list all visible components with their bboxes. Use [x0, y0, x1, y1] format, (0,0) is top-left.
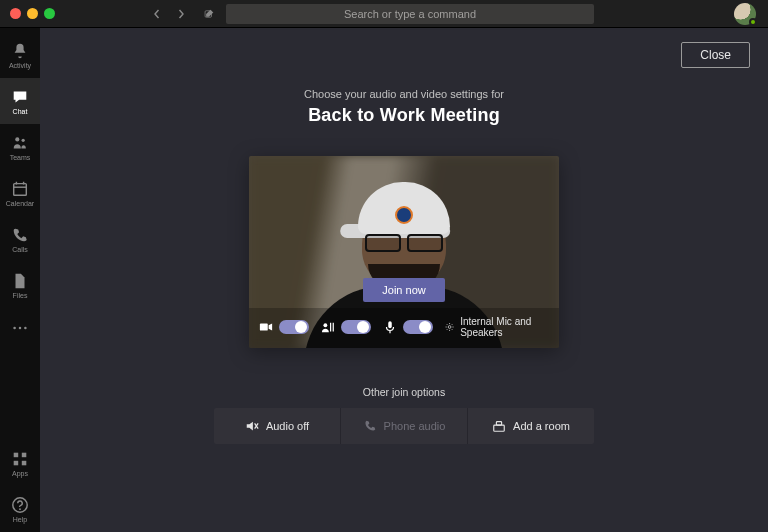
back-button[interactable] [146, 3, 168, 25]
mic-toggle[interactable] [403, 320, 433, 334]
phone-icon [11, 226, 29, 244]
option-phone-audio: Phone audio [341, 408, 468, 444]
rail-label: Calendar [6, 200, 34, 207]
option-label: Phone audio [384, 420, 446, 432]
svg-rect-13 [260, 324, 268, 331]
window-controls [0, 8, 120, 19]
rail-label: Chat [13, 108, 28, 115]
apps-icon [11, 450, 29, 468]
rail-item-activity[interactable]: Activity [0, 32, 40, 78]
rail-item-chat[interactable]: Chat [0, 78, 40, 124]
rail-label: Teams [10, 154, 31, 161]
meeting-title: Back to Work Meeting [308, 105, 500, 126]
background-effects-toggle[interactable] [341, 320, 371, 334]
speaker-off-icon [245, 419, 259, 433]
app-rail: Activity Chat Teams Calendar Calls Files [0, 28, 40, 532]
new-chat-button[interactable] [198, 3, 220, 25]
option-audio-off[interactable]: Audio off [214, 408, 341, 444]
prejoin-subheading: Choose your audio and video settings for [304, 88, 504, 100]
teams-icon [11, 134, 29, 152]
rail-item-apps[interactable]: Apps [0, 440, 40, 486]
more-icon [11, 319, 29, 337]
rail-label: Help [13, 516, 27, 523]
room-icon [492, 419, 506, 433]
svg-rect-18 [496, 422, 501, 426]
close-button[interactable]: Close [681, 42, 750, 68]
rail-label: Activity [9, 62, 31, 69]
prejoin-panel: Close Choose your audio and video settin… [40, 28, 768, 532]
chevron-left-icon [152, 9, 162, 19]
rail-item-calendar[interactable]: Calendar [0, 170, 40, 216]
preview-controls: Internal Mic and Speakers [249, 308, 559, 348]
avatar[interactable] [734, 3, 756, 25]
history-nav [146, 3, 220, 25]
rail-label: Apps [12, 470, 28, 477]
svg-point-14 [323, 323, 327, 327]
video-icon [259, 320, 273, 334]
video-toggle[interactable] [279, 320, 309, 334]
svg-rect-9 [14, 460, 19, 465]
svg-rect-7 [14, 452, 19, 457]
search-input[interactable]: Search or type a command [226, 4, 594, 24]
gear-icon [445, 321, 454, 333]
svg-rect-17 [494, 425, 505, 431]
rail-item-calls[interactable]: Calls [0, 216, 40, 262]
device-settings-button[interactable]: Internal Mic and Speakers [445, 316, 549, 338]
svg-point-4 [13, 327, 16, 330]
option-label: Add a room [513, 420, 570, 432]
presence-available-icon [749, 18, 757, 26]
svg-point-5 [19, 327, 22, 330]
help-icon [11, 496, 29, 514]
chat-icon [11, 88, 29, 106]
calendar-icon [11, 180, 29, 198]
compose-icon [204, 9, 214, 19]
other-options-row: Audio off Phone audio Add a room [214, 408, 594, 444]
rail-label: Files [13, 292, 28, 299]
minimize-window-button[interactable] [27, 8, 38, 19]
zoom-window-button[interactable] [44, 8, 55, 19]
svg-point-2 [22, 138, 25, 141]
option-add-room[interactable]: Add a room [468, 408, 594, 444]
svg-point-1 [15, 137, 19, 141]
background-effects-icon [321, 320, 335, 334]
rail-item-help[interactable]: Help [0, 486, 40, 532]
rail-item-files[interactable]: Files [0, 262, 40, 308]
svg-rect-15 [388, 321, 392, 328]
svg-point-16 [448, 326, 451, 329]
rail-label: Calls [12, 246, 28, 253]
svg-rect-3 [14, 183, 27, 195]
close-window-button[interactable] [10, 8, 21, 19]
forward-button[interactable] [170, 3, 192, 25]
file-icon [11, 272, 29, 290]
phone-icon [363, 419, 377, 433]
join-now-button[interactable]: Join now [363, 278, 445, 302]
titlebar: Search or type a command [0, 0, 768, 28]
device-settings-label: Internal Mic and Speakers [460, 316, 549, 338]
svg-rect-8 [22, 452, 27, 457]
svg-rect-10 [22, 460, 27, 465]
svg-point-12 [19, 508, 21, 510]
option-label: Audio off [266, 420, 309, 432]
bell-icon [11, 42, 29, 60]
rail-item-teams[interactable]: Teams [0, 124, 40, 170]
svg-point-6 [24, 327, 27, 330]
chevron-right-icon [176, 9, 186, 19]
camera-preview: Join now [249, 156, 559, 348]
other-options-heading: Other join options [363, 386, 445, 398]
rail-item-more[interactable] [0, 308, 40, 348]
mic-icon [383, 320, 397, 334]
